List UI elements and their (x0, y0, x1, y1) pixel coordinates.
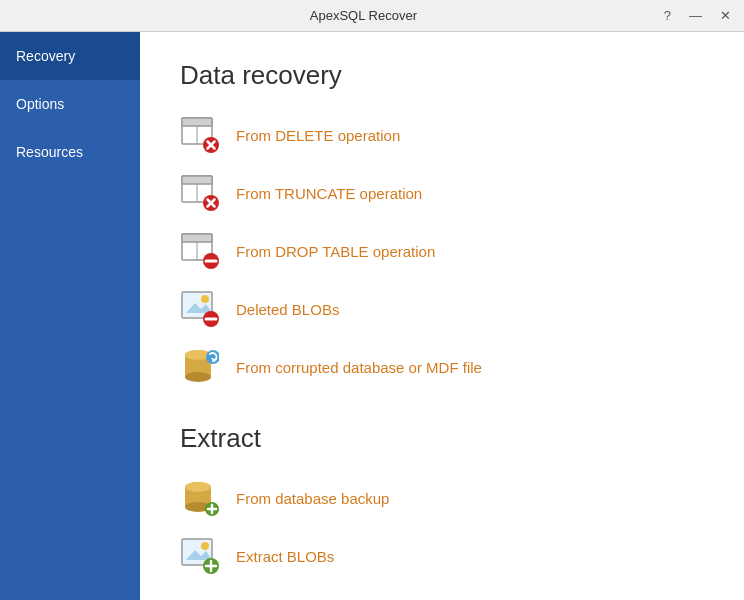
extract-heading: Extract (180, 423, 704, 454)
title-bar: ApexSQL Recover ? — ✕ (0, 0, 744, 32)
corrupted-db-icon (180, 347, 220, 387)
sidebar-item-resources[interactable]: Resources (0, 128, 140, 176)
app-title: ApexSQL Recover (68, 8, 659, 23)
extract-blobs-icon (180, 536, 220, 576)
main-content: Data recovery From DELETE o (140, 32, 744, 600)
list-item-db-backup[interactable]: From database backup (180, 478, 704, 518)
list-item-truncate[interactable]: From TRUNCATE operation (180, 173, 704, 213)
deleted-blobs-label: Deleted BLOBs (236, 301, 339, 318)
list-item-drop-table[interactable]: From DROP TABLE operation (180, 231, 704, 271)
list-item-delete[interactable]: From DELETE operation (180, 115, 704, 155)
svg-point-37 (201, 542, 209, 550)
svg-rect-13 (182, 234, 212, 242)
delete-icon (180, 115, 220, 155)
svg-point-24 (185, 372, 211, 382)
db-backup-label: From database backup (236, 490, 389, 507)
svg-point-19 (201, 295, 209, 303)
sidebar-item-recovery[interactable]: Recovery (0, 32, 140, 80)
list-item-deleted-blobs[interactable]: Deleted BLOBs (180, 289, 704, 329)
drop-table-icon (180, 231, 220, 271)
data-recovery-heading: Data recovery (180, 60, 704, 91)
minimize-button[interactable]: — (684, 6, 707, 25)
truncate-label: From TRUNCATE operation (236, 185, 422, 202)
window-controls: ? — ✕ (659, 6, 736, 25)
extract-list: From database backup Extract BLOBs (180, 478, 704, 576)
recovery-list: From DELETE operation From TRUNCATE ope (180, 115, 704, 387)
list-item-corrupted-db[interactable]: From corrupted database or MDF file (180, 347, 704, 387)
db-backup-icon (180, 478, 220, 518)
svg-rect-1 (182, 118, 212, 126)
extract-blobs-label: Extract BLOBs (236, 548, 334, 565)
svg-point-31 (185, 482, 211, 492)
list-item-extract-blobs[interactable]: Extract BLOBs (180, 536, 704, 576)
corrupted-db-label: From corrupted database or MDF file (236, 359, 482, 376)
close-button[interactable]: ✕ (715, 6, 736, 25)
sidebar-item-options[interactable]: Options (0, 80, 140, 128)
app-body: Recovery Options Resources Data recovery (0, 32, 744, 600)
sidebar: Recovery Options Resources (0, 32, 140, 600)
svg-rect-7 (182, 176, 212, 184)
delete-label: From DELETE operation (236, 127, 400, 144)
deleted-blobs-icon (180, 289, 220, 329)
help-button[interactable]: ? (659, 6, 676, 25)
truncate-icon (180, 173, 220, 213)
drop-table-label: From DROP TABLE operation (236, 243, 435, 260)
